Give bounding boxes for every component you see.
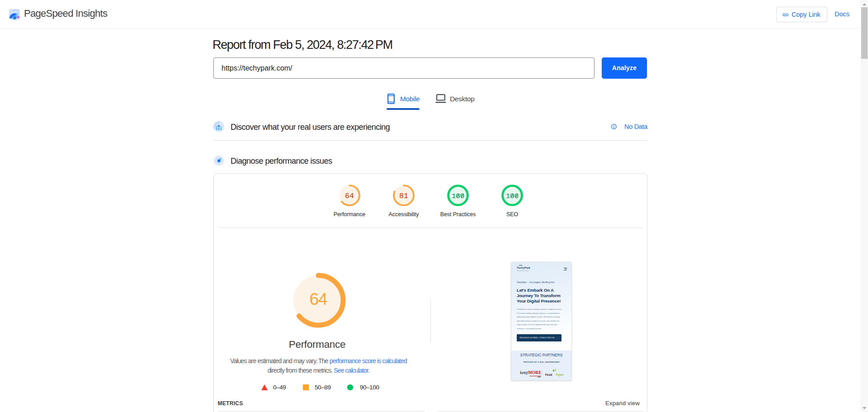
svg-text:64: 64 — [345, 192, 354, 200]
svg-text:81: 81 — [399, 192, 408, 200]
